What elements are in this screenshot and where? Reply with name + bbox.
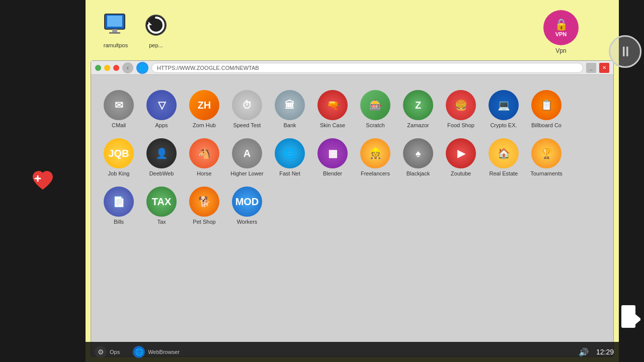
- cmail-icon: ✉: [104, 90, 134, 120]
- app-item-fastnet[interactable]: 🌐Fast Net: [272, 138, 307, 176]
- blender-icon: ▦: [317, 138, 348, 168]
- svg-marker-8: [635, 314, 640, 324]
- app-item-skincase[interactable]: 🔫Skin Case: [315, 90, 350, 128]
- billboard-icon: 📋: [531, 90, 561, 120]
- arrow-button[interactable]: [616, 302, 644, 337]
- workers-label: Workers: [237, 219, 258, 225]
- app-item-horse[interactable]: 🐴Horse: [187, 138, 222, 176]
- app-item-speedtest[interactable]: ⏱Speed Test: [229, 90, 265, 128]
- browser-titlebar: ‹ 🌐 HTTPS://WWW.ZOOGLE.COM/NEWTAB _ ✕: [91, 61, 613, 75]
- svg-rect-3: [112, 29, 117, 32]
- tournaments-icon: 🏆: [531, 138, 561, 168]
- app-item-zamazor[interactable]: ZZamazor: [400, 90, 436, 128]
- left-panel: [0, 0, 86, 362]
- url-bar[interactable]: HTTPS://WWW.ZOOGLE.COM/NEWTAB: [151, 63, 583, 73]
- app-row-3: 📄BillsTAXTax🐕Pet ShopMODWorkers: [101, 187, 603, 225]
- refresh-label: рер...: [149, 42, 163, 48]
- app-item-petshop[interactable]: 🐕Pet Shop: [187, 187, 222, 225]
- taskbar-item-webbrowser[interactable]: 🌐 WebBrowser: [129, 344, 184, 360]
- app-item-tax[interactable]: TAXTax: [144, 187, 179, 225]
- app-item-jobking[interactable]: JQBJob King: [101, 138, 136, 176]
- close-button[interactable]: ✕: [599, 63, 609, 73]
- taskbar-time: 12:29: [596, 348, 614, 356]
- skincase-label: Skin Case: [320, 122, 345, 128]
- taskbar-right: 🔊 12:29: [579, 347, 614, 357]
- bills-label: Bills: [114, 219, 124, 225]
- taskbar: ⚙ Ops 🌐 WebBrowser 🔊 12:29: [86, 342, 619, 362]
- cryptoex-icon: 💻: [489, 90, 519, 120]
- zamazor-label: Zamazor: [407, 122, 429, 128]
- app-item-foodshop[interactable]: 🍔Food Shop: [443, 90, 478, 128]
- monitor-label: ramultpos: [104, 42, 128, 48]
- tax-label: Tax: [157, 219, 166, 225]
- app-item-deebweb[interactable]: 👤DeebWeb: [144, 138, 179, 176]
- app-item-tournaments[interactable]: 🏆Tournaments: [529, 138, 564, 176]
- app-item-freelancers[interactable]: 👷Freelancers: [358, 138, 393, 176]
- app-item-higherlower[interactable]: AHigher Lower: [229, 138, 265, 176]
- webbrowser-icon: 🌐: [133, 346, 145, 358]
- skincase-icon: 🔫: [317, 90, 348, 120]
- traffic-light-green[interactable]: [95, 65, 101, 71]
- url-text: HTTPS://WWW.ZOOGLE.COM/NEWTAB: [157, 65, 259, 71]
- zornhub-icon: ZH: [189, 90, 219, 120]
- vpn-text: VPN: [555, 31, 567, 37]
- zoutube-label: Zoutube: [451, 170, 471, 176]
- app-item-cmail[interactable]: ✉CMail: [101, 90, 136, 128]
- workers-icon: MOD: [232, 187, 262, 217]
- realestate-icon: 🏠: [489, 138, 519, 168]
- scratch-label: Scratch: [366, 122, 384, 128]
- volume-icon[interactable]: 🔊: [579, 347, 589, 357]
- app-item-bills[interactable]: 📄Bills: [101, 187, 136, 225]
- app-item-billboard[interactable]: 📋Billboard Co: [529, 90, 564, 128]
- deebweb-icon: 👤: [146, 138, 177, 168]
- app-item-blackjack[interactable]: ♠Blackjack: [400, 138, 436, 176]
- bank-label: Bank: [283, 122, 296, 128]
- apps-icon: ▽: [146, 90, 177, 120]
- vpn-label: Vpn: [555, 47, 566, 54]
- desktop-icons: ramultpos рер...: [101, 10, 171, 48]
- svg-rect-4: [109, 32, 120, 34]
- app-item-bank[interactable]: 🏛Bank: [272, 90, 307, 128]
- app-item-zornhub[interactable]: ZHZorn Hub: [187, 90, 222, 128]
- app-row-1: ✉CMail▽AppsZHZorn Hub⏱Speed Test🏛Bank🔫Sk…: [101, 90, 603, 128]
- traffic-light-yellow[interactable]: [104, 65, 110, 71]
- tax-icon: TAX: [146, 187, 177, 217]
- svg-rect-7: [621, 305, 635, 328]
- horse-icon: 🐴: [189, 138, 219, 168]
- apps-label: Apps: [155, 122, 168, 128]
- app-row-2: JQBJob King👤DeebWeb🐴HorseAHigher Lower🌐F…: [101, 138, 603, 176]
- zornhub-label: Zorn Hub: [193, 122, 216, 128]
- app-item-cryptoex[interactable]: 💻Crypto EX.: [486, 90, 521, 128]
- fastnet-icon: 🌐: [275, 138, 305, 168]
- app-item-workers[interactable]: MODWorkers: [229, 187, 265, 225]
- jobking-icon: JQB: [104, 138, 134, 168]
- app-item-apps[interactable]: ▽Apps: [144, 90, 179, 128]
- minimize-button[interactable]: _: [586, 63, 596, 73]
- pause-button[interactable]: ⏸: [609, 35, 641, 68]
- app-item-zoutube[interactable]: ▶Zoutube: [443, 138, 478, 176]
- higherlower-label: Higher Lower: [230, 170, 263, 176]
- fastnet-label: Fast Net: [279, 170, 300, 176]
- jobking-label: Job King: [108, 170, 130, 176]
- bank-icon: 🏛: [275, 90, 305, 120]
- vpn-circle: 🔒 VPN: [543, 10, 579, 45]
- app-item-blender[interactable]: ▦Blender: [315, 138, 350, 176]
- app-item-scratch[interactable]: 🎰Scratch: [358, 90, 393, 128]
- vpn-button[interactable]: 🔒 VPN Vpn: [543, 10, 579, 54]
- app-item-realestate[interactable]: 🏠Real Estate: [486, 138, 521, 176]
- deebweb-label: DeebWeb: [149, 170, 174, 176]
- freelancers-label: Freelancers: [361, 170, 390, 176]
- back-button[interactable]: ‹: [122, 62, 133, 73]
- arrow-icon: [620, 304, 640, 334]
- traffic-light-red[interactable]: [113, 65, 119, 71]
- speedtest-icon: ⏱: [232, 90, 262, 120]
- petshop-label: Pet Shop: [193, 219, 215, 225]
- refresh-icon: [141, 10, 171, 40]
- bills-icon: 📄: [104, 187, 134, 217]
- tournaments-label: Tournaments: [530, 170, 562, 176]
- desktop-icon-monitor[interactable]: ramultpos: [101, 10, 131, 48]
- desktop-icon-refresh[interactable]: рер...: [141, 10, 171, 48]
- speedtest-label: Speed Test: [233, 122, 261, 128]
- foodshop-icon: 🍔: [446, 90, 476, 120]
- taskbar-item-ops[interactable]: ⚙ Ops: [91, 344, 124, 360]
